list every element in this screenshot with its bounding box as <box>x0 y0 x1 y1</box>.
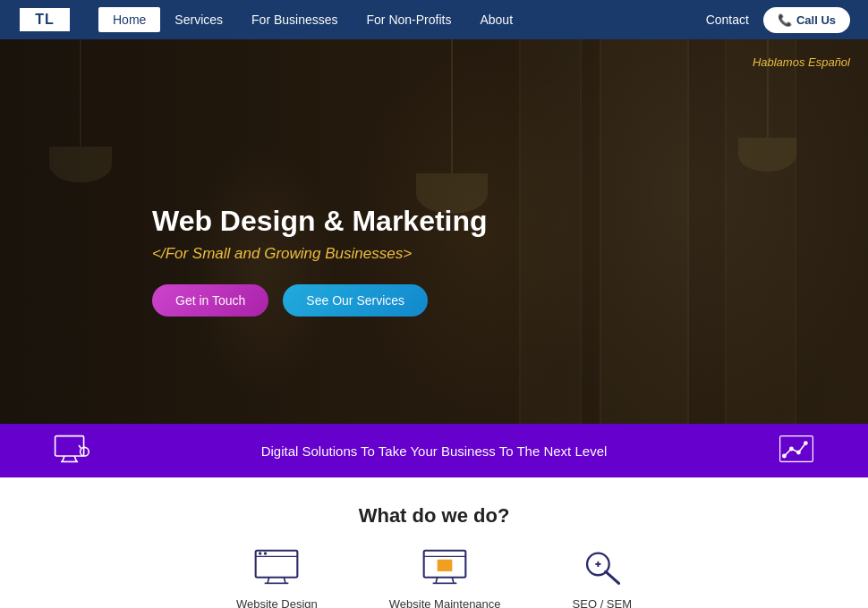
chart-icon <box>779 431 814 470</box>
nav-item-home[interactable]: Home <box>98 7 160 32</box>
svg-line-1 <box>63 456 64 461</box>
what-title: What do we do? <box>18 504 850 528</box>
svg-line-2 <box>74 456 76 461</box>
service-label-web-design: Website Design <box>236 597 318 608</box>
seo-icon <box>580 549 625 588</box>
svg-rect-20 <box>438 560 453 571</box>
services-row: Website Design Website Maintenance <box>18 549 850 608</box>
svg-point-14 <box>264 552 267 554</box>
nav-item-contact[interactable]: Contact <box>692 13 763 27</box>
navbar: TL Home Services For Businesses For Non-… <box>0 0 868 39</box>
service-item-seo: SEO / SEM <box>573 549 632 608</box>
get-in-touch-button[interactable]: Get in Touch <box>152 284 268 317</box>
svg-line-25 <box>606 571 619 583</box>
logo[interactable]: TL <box>18 6 72 33</box>
nav-item-about[interactable]: About <box>465 13 527 27</box>
nav-item-fornonprofits[interactable]: For Non-Profits <box>353 13 466 27</box>
svg-point-8 <box>790 447 793 450</box>
monitor-icon <box>54 431 89 470</box>
hero-title: Web Design & Marketing <box>152 205 488 238</box>
what-section: What do we do? Website Design <box>0 477 868 608</box>
svg-line-5 <box>79 445 81 448</box>
call-button-label: Call Us <box>796 13 836 27</box>
see-our-services-button[interactable]: See Our Services <box>283 284 428 317</box>
nav-item-forbusinesses[interactable]: For Businesses <box>237 13 352 27</box>
hero-section: Hablamos Español Web Design & Marketing … <box>0 39 868 424</box>
svg-point-9 <box>797 451 800 453</box>
service-label-maintenance: Website Maintenance <box>389 597 501 608</box>
svg-rect-11 <box>256 551 298 578</box>
phone-icon: 📞 <box>778 13 792 27</box>
nav-links: Home Services For Businesses For Non-Pro… <box>98 7 763 32</box>
purple-banner: Digital Solutions To Take Your Business … <box>0 424 868 477</box>
maintenance-icon <box>422 549 467 588</box>
svg-point-7 <box>783 454 786 457</box>
hero-subtitle: </For Small and Growing Businesses> <box>152 245 488 263</box>
call-button[interactable]: 📞 Call Us <box>763 7 850 33</box>
hablamos-espanol: Hablamos Español <box>753 55 850 69</box>
service-item-web-design: Website Design <box>236 549 318 608</box>
service-item-maintenance: Website Maintenance <box>389 549 501 608</box>
nav-item-services[interactable]: Services <box>160 13 237 27</box>
web-design-icon <box>254 549 299 588</box>
hero-content: Web Design & Marketing </For Small and G… <box>152 205 488 317</box>
svg-point-10 <box>804 442 807 444</box>
banner-text: Digital Solutions To Take Your Business … <box>89 443 779 459</box>
service-label-seo: SEO / SEM <box>573 597 632 608</box>
hero-buttons: Get in Touch See Our Services <box>152 284 488 317</box>
svg-point-13 <box>259 552 261 554</box>
